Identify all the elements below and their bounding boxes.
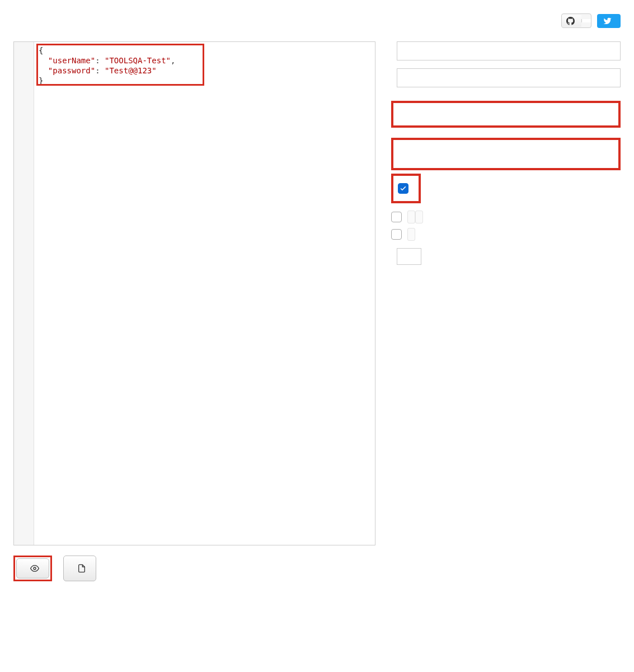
star-count — [581, 19, 591, 22]
editor-content[interactable]: { "userName": "TOOLSQA-Test", "password"… — [34, 42, 375, 89]
tweet-button[interactable] — [597, 14, 621, 28]
highlight-box-source-type — [391, 101, 621, 128]
delimiters-input[interactable] — [397, 248, 421, 265]
editor-gutter — [14, 42, 34, 545]
zip-button[interactable] — [63, 556, 96, 581]
highlight-box-annotation — [391, 138, 621, 170]
package-input[interactable] — [397, 41, 621, 60]
eye-icon — [30, 564, 40, 573]
check-include-hashcode-equals[interactable] — [391, 211, 621, 223]
check-include-constructors[interactable] — [398, 183, 414, 194]
highlight-box-constructors — [391, 174, 421, 203]
preview-button[interactable] — [16, 558, 49, 578]
file-icon — [77, 564, 87, 573]
twitter-icon — [603, 17, 612, 25]
class-name-input[interactable] — [397, 68, 621, 87]
svg-point-0 — [34, 567, 36, 570]
github-star-button[interactable] — [561, 13, 591, 28]
check-include-tostring[interactable] — [391, 228, 621, 240]
highlight-box-preview — [13, 556, 52, 581]
json-editor[interactable]: { "userName": "TOOLSQA-Test", "password"… — [13, 41, 375, 545]
github-icon — [566, 17, 575, 25]
